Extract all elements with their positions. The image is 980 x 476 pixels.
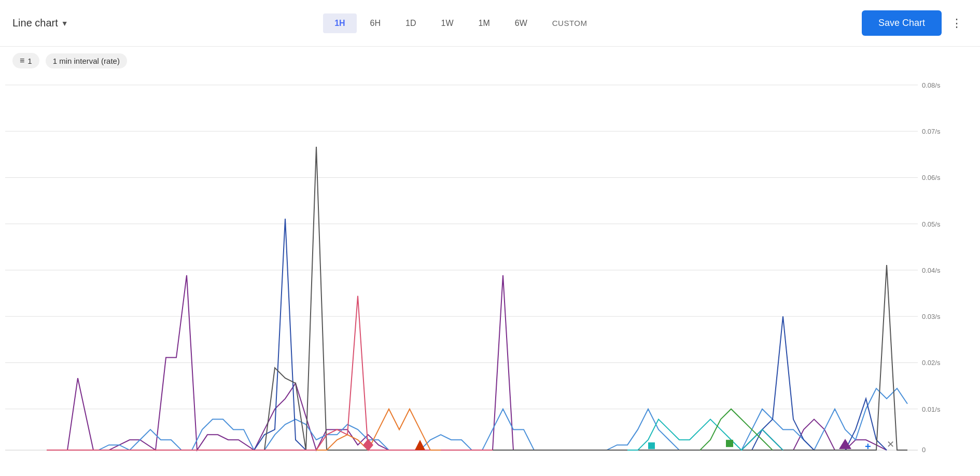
chart-area: 0.08/s 0.07/s 0.06/s 0.05/s 0.04/s 0.03/… bbox=[0, 75, 980, 476]
time-btn-custom[interactable]: CUSTOM bbox=[541, 13, 599, 33]
marker-triangle-orange bbox=[415, 440, 425, 450]
time-btn-1w[interactable]: 1W bbox=[430, 13, 465, 33]
y-label-005: 0.05/s bbox=[922, 220, 940, 228]
y-label-004: 0.04/s bbox=[922, 267, 940, 274]
time-btn-1h[interactable]: 1H bbox=[323, 13, 356, 33]
header: Line chart ▼ 1H 6H 1D 1W 1M 6W CUSTOM Sa… bbox=[0, 0, 980, 47]
y-label-006: 0.06/s bbox=[922, 174, 940, 181]
filter-badge[interactable]: ≡ 1 bbox=[12, 53, 39, 68]
y-label-001: 0.01/s bbox=[922, 405, 940, 413]
sub-header: ≡ 1 1 min interval (rate) bbox=[0, 47, 980, 75]
y-label-003: 0.03/s bbox=[922, 313, 940, 320]
line-gray bbox=[47, 147, 907, 450]
time-btn-6w[interactable]: 6W bbox=[503, 13, 539, 33]
save-chart-button[interactable]: Save Chart bbox=[862, 10, 942, 36]
chart-type-selector[interactable]: Line chart ▼ bbox=[12, 17, 68, 29]
time-range-group: 1H 6H 1D 1W 1M 6W CUSTOM bbox=[323, 13, 598, 33]
time-btn-1m[interactable]: 1M bbox=[467, 13, 501, 33]
marker-square-teal bbox=[648, 442, 655, 449]
line-darkblue bbox=[47, 219, 887, 450]
marker-diamond-pink bbox=[363, 439, 373, 451]
dropdown-arrow-icon: ▼ bbox=[61, 19, 68, 27]
y-label-007: 0.07/s bbox=[922, 128, 940, 135]
line-pink bbox=[47, 296, 493, 451]
time-btn-6h[interactable]: 6H bbox=[359, 13, 392, 33]
filter-icon: ≡ bbox=[20, 56, 24, 65]
chart-svg: 0.08/s 0.07/s 0.06/s 0.05/s 0.04/s 0.03/… bbox=[5, 80, 949, 455]
interval-badge[interactable]: 1 min interval (rate) bbox=[46, 53, 127, 68]
filter-count: 1 bbox=[27, 57, 32, 65]
y-label-002: 0.02/s bbox=[922, 359, 940, 367]
line-blue bbox=[47, 388, 907, 450]
marker-plus-blue: + bbox=[865, 441, 871, 452]
marker-x-gray: ✕ bbox=[887, 439, 894, 450]
chart-type-label: Line chart bbox=[12, 17, 58, 29]
y-label-0: 0 bbox=[922, 446, 926, 454]
marker-square-green bbox=[726, 440, 733, 447]
time-btn-1d[interactable]: 1D bbox=[394, 13, 427, 33]
interval-label: 1 min interval (rate) bbox=[53, 57, 120, 65]
y-label-008: 0.08/s bbox=[922, 81, 940, 89]
more-options-button[interactable]: ⋮ bbox=[946, 12, 968, 34]
